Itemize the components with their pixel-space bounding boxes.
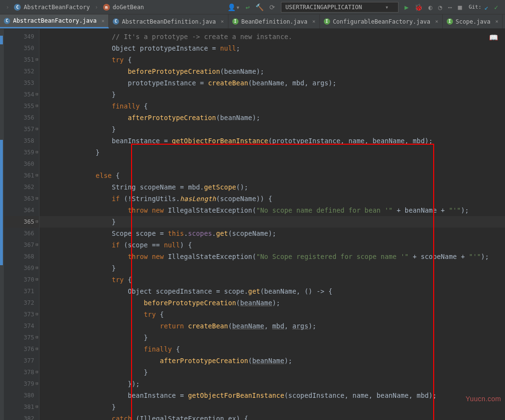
code-line[interactable]: afterPrototypeCreation(beanName);: [40, 112, 505, 123]
debug-button[interactable]: 🐞: [414, 3, 423, 11]
code-line[interactable]: finally {: [40, 343, 505, 355]
tab-overflow[interactable]: C▾: [503, 14, 505, 28]
breadcrumb[interactable]: › C AbstractBeanFactory › m doGetBean: [4, 4, 144, 11]
line-number[interactable]: 375⊟: [0, 332, 39, 343]
code-line[interactable]: catch (IllegalStateException ex) {: [40, 413, 505, 420]
line-number[interactable]: 377: [0, 355, 39, 366]
line-number[interactable]: 381⊟: [0, 401, 39, 413]
line-number[interactable]: 358: [0, 135, 39, 147]
code-line[interactable]: });: [40, 378, 505, 390]
tab-beandefinition-java[interactable]: IBeanDefinition.java×: [228, 14, 320, 28]
editor-tabs: CAbstractBeanFactory.java×CAbstractBeanD…: [0, 14, 505, 29]
back-icon[interactable]: ↩: [246, 3, 250, 11]
code-line[interactable]: }: [40, 147, 505, 158]
line-number[interactable]: 364: [0, 204, 39, 216]
tab-configurablebeanfactory-java[interactable]: IConfigurableBeanFactory.java×: [320, 14, 443, 28]
line-number[interactable]: 357⊟: [0, 123, 39, 135]
code-line[interactable]: if (!StringUtils.hasLength(scopeName)) {: [40, 193, 505, 204]
line-number[interactable]: 376⊟: [0, 343, 39, 355]
stop-button[interactable]: ■: [458, 3, 462, 11]
line-number[interactable]: 367⊟: [0, 239, 39, 251]
code-line[interactable]: try {: [40, 309, 505, 320]
coverage-button[interactable]: ◐: [428, 3, 432, 11]
code-line[interactable]: prototypeInstance = createBean(beanName,…: [40, 77, 505, 89]
line-number[interactable]: 369⊟: [0, 262, 39, 274]
line-number[interactable]: 374: [0, 320, 39, 332]
close-icon[interactable]: ×: [312, 18, 316, 25]
line-number[interactable]: 368: [0, 251, 39, 262]
code-line[interactable]: Object scopedInstance = scope.get(beanNa…: [40, 285, 505, 297]
line-number[interactable]: 379⊟: [0, 378, 39, 390]
line-number[interactable]: 356: [0, 112, 39, 123]
line-number[interactable]: 373⊟: [0, 309, 39, 320]
profile-button[interactable]: ◔: [438, 3, 442, 11]
reader-mode-icon[interactable]: 📖: [489, 32, 498, 43]
code-line[interactable]: beforePrototypeCreation(beanName);: [40, 297, 505, 309]
code-line[interactable]: afterPrototypeCreation(beanName);: [40, 355, 505, 366]
line-number[interactable]: 360: [0, 158, 39, 170]
code-line[interactable]: Object prototypeInstance = null;: [40, 42, 505, 54]
editor-area[interactable]: 349350351⊟352353354⊟355⊟356357⊟358359⊟36…: [0, 29, 505, 420]
line-number[interactable]: 366: [0, 228, 39, 239]
line-number[interactable]: 382: [0, 413, 39, 420]
line-number[interactable]: 372: [0, 297, 39, 309]
user-icon[interactable]: 👤▾: [227, 3, 239, 11]
code-line[interactable]: return createBean(beanName, mbd, args);: [40, 320, 505, 332]
code-line[interactable]: beforePrototypeCreation(beanName);: [40, 66, 505, 77]
code-line[interactable]: }: [40, 123, 505, 135]
line-number[interactable]: 363⊟: [0, 193, 39, 204]
code-line[interactable]: }: [40, 366, 505, 378]
tab-abstractbeanfactory-java[interactable]: CAbstractBeanFactory.java×: [0, 14, 109, 28]
line-number[interactable]: 349: [0, 31, 39, 42]
code-line[interactable]: throw new IllegalStateException("No scop…: [40, 204, 505, 216]
run-button[interactable]: ▶: [404, 3, 408, 11]
code-line[interactable]: beanInstance = getObjectForBeanInstance(…: [40, 135, 505, 147]
line-number[interactable]: 359⊟: [0, 147, 39, 158]
line-number[interactable]: 362: [0, 181, 39, 193]
close-icon[interactable]: ×: [495, 18, 499, 25]
code-line[interactable]: throw new IllegalStateException("No Scop…: [40, 251, 505, 262]
line-number[interactable]: 353: [0, 77, 39, 89]
code-line[interactable]: }: [40, 89, 505, 100]
line-number[interactable]: 354⊟: [0, 89, 39, 100]
line-number[interactable]: 378⊟: [0, 366, 39, 378]
git-commit-icon[interactable]: ✓: [494, 3, 498, 11]
line-number[interactable]: 365⊟: [0, 216, 39, 228]
code-line[interactable]: try {: [40, 274, 505, 285]
code-line[interactable]: }: [40, 332, 505, 343]
line-number[interactable]: 351⊟: [0, 54, 39, 66]
code-line[interactable]: // It's a prototype -> create a new inst…: [40, 31, 505, 42]
code-line[interactable]: else {: [40, 170, 505, 181]
reload-icon[interactable]: ⟳: [269, 3, 275, 11]
line-number[interactable]: 361⊟: [0, 170, 39, 181]
line-number[interactable]: 350: [0, 42, 39, 54]
run-configuration-dropdown[interactable]: USERTRACINGAPPLICATION ▾: [281, 2, 399, 13]
code-line[interactable]: beanInstance = getObjectForBeanInstance(…: [40, 390, 505, 401]
code-line[interactable]: }: [40, 262, 505, 274]
code-line[interactable]: [40, 158, 505, 170]
git-update-icon[interactable]: ↙: [484, 3, 488, 11]
interface-icon: I: [447, 18, 453, 25]
line-number[interactable]: 380: [0, 390, 39, 401]
code-area[interactable]: // It's a prototype -> create a new inst…: [40, 29, 505, 420]
close-icon[interactable]: ×: [101, 18, 105, 24]
attach-button[interactable]: ⋯: [448, 3, 452, 11]
line-number[interactable]: 355⊟: [0, 100, 39, 112]
line-number[interactable]: 371: [0, 285, 39, 297]
line-number-gutter[interactable]: 349350351⊟352353354⊟355⊟356357⊟358359⊟36…: [0, 29, 40, 420]
hammer-icon[interactable]: 🔨: [255, 3, 264, 11]
close-icon[interactable]: ×: [435, 18, 439, 25]
code-line[interactable]: }: [40, 216, 505, 228]
breadcrumb-method: doGetBean: [113, 4, 144, 11]
tab-abstractbeandefinition-java[interactable]: CAbstractBeanDefinition.java×: [109, 14, 228, 28]
code-line[interactable]: }: [40, 401, 505, 413]
tab-scope-java[interactable]: IScope.java×: [443, 14, 503, 28]
code-line[interactable]: finally {: [40, 100, 505, 112]
line-number[interactable]: 370⊟: [0, 274, 39, 285]
code-line[interactable]: if (scope == null) {: [40, 239, 505, 251]
code-line[interactable]: Scope scope = this.scopes.get(scopeName)…: [40, 228, 505, 239]
code-line[interactable]: String scopeName = mbd.getScope();: [40, 181, 505, 193]
code-line[interactable]: try {: [40, 54, 505, 66]
close-icon[interactable]: ×: [221, 18, 224, 25]
line-number[interactable]: 352: [0, 66, 39, 77]
